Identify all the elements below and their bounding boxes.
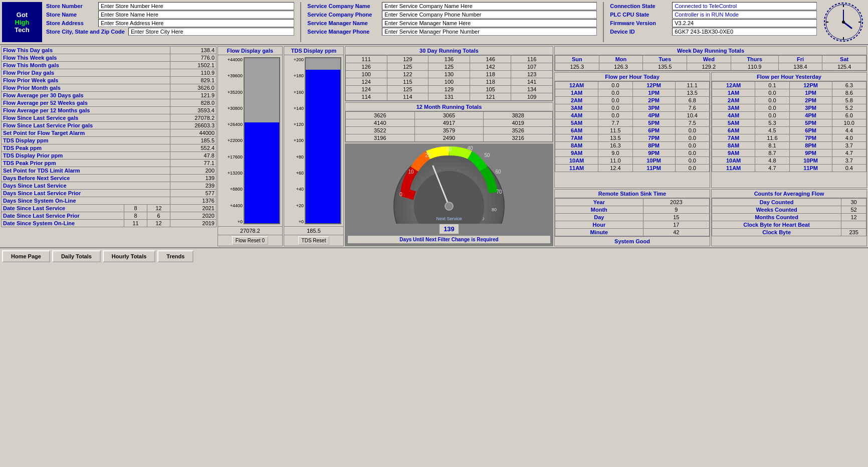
flow-row-label: Date Since Last Service Prior (2, 212, 124, 220)
bottom-right-section: Remote Station Sink Time Year 2023 Month… (554, 189, 867, 246)
flow-data-row: Flow Average per 12 Months gals 3593.4 (2, 107, 216, 114)
flow-row-label: Flow This Month gals (2, 62, 170, 69)
running-12-cell: 4917 (414, 119, 484, 127)
header: Got High Tech Store Number Enter Store N… (0, 0, 868, 45)
flow-yesterday-row: 3AM 0.0 3PM 5.2 (712, 104, 866, 112)
flow-yest-time2: 11PM (789, 165, 832, 172)
flow-yest-time: 1AM (712, 89, 755, 97)
flow-today-time: 10AM (555, 157, 598, 165)
tds-gauge-label: +40 (286, 187, 304, 192)
flow-row-label: Flow Average per 30 Days gals (2, 92, 170, 99)
flow-row-value: 552.4 (170, 144, 216, 152)
flow-yest-val2: 4.4 (832, 127, 866, 134)
running-12-table: 3626306538284140491740193522357935263196… (345, 111, 553, 142)
flow-row-v3: 11 (124, 220, 147, 227)
flow-yest-time: 11AM (712, 165, 755, 172)
flow-today-val2: 0.0 (675, 157, 709, 165)
flow-row-v3: 8 (124, 205, 147, 212)
flow-row-value: 139 (170, 175, 216, 182)
flow-today-row: 10AM 11.0 10PM 0.0 (555, 157, 710, 165)
tds-gauge-label: +180 (286, 73, 304, 78)
flow-row-v2: 12 (147, 220, 170, 227)
flow-gauge-label: +13200 (220, 171, 243, 176)
flow-row-value: 77.1 (170, 160, 216, 167)
flow-row-label: Flow Prior Day gals (2, 69, 170, 77)
flow-row-value: 2019 (170, 220, 216, 227)
running-30-table: 1111291361461161261251251421071001221301… (345, 55, 553, 101)
flow-yesterday-row: 10AM 4.8 10PM 3.7 (712, 157, 866, 165)
flow-yest-time2: 6PM (789, 127, 832, 134)
flow-yesterday-row: 1AM 0.0 1PM 8.6 (712, 89, 866, 97)
flow-today-row: 11AM 12.4 11PM 0.0 (555, 165, 710, 172)
remote-station-row: Hour 17 (555, 221, 710, 229)
flow-yesterday-row: 12AM 0.1 12PM 6.3 (712, 82, 866, 89)
flow-data-row: Flow This Month gals 1502.1 (2, 62, 216, 69)
flow-reset-row: Flow Reset 0 (218, 235, 282, 246)
flow-yest-time: 7AM (712, 134, 755, 142)
flow-yest-time: 8AM (712, 142, 755, 149)
flow-data-table: Flow This Day gals 138.4 Flow This Week … (1, 46, 216, 227)
flow-yest-val2: 10.0 (832, 119, 866, 127)
running-12-title: 12 Month Running Totals (345, 103, 553, 111)
running-30-cell: 114 (387, 93, 428, 101)
flow-yest-time2: 7PM (789, 134, 832, 142)
service-company-name-label: Service Company Name (307, 3, 380, 9)
running-12-cell: 3526 (484, 127, 553, 134)
running-12-row: 352235793526 (346, 127, 553, 134)
flow-today-time: 3AM (555, 104, 598, 112)
flow-yest-val2: 3.7 (832, 157, 866, 165)
running-30-cell: 125 (387, 86, 428, 93)
flow-today-val: 9.0 (598, 149, 632, 157)
weekday-header: Wed (687, 56, 731, 63)
counts-label: Clock Byte (712, 229, 841, 236)
running-12-cell: 4140 (346, 119, 415, 127)
store-address-label: Store Address (46, 20, 96, 26)
flow-yest-time2: 12PM (789, 82, 832, 89)
counts-value (841, 221, 866, 229)
flow-today-time: 6AM (555, 127, 598, 134)
center-right-panel: 30 Day Running Totals 111129136146116126… (345, 46, 553, 246)
flow-row-label: Date Since Last Service (2, 205, 124, 212)
tds-reset-button[interactable]: TDS Reset (298, 236, 330, 245)
logo: Got High Tech (2, 2, 42, 42)
flow-today-time: 4AM (555, 112, 598, 119)
running-30-row: 111129136146116 (346, 56, 553, 63)
system-status: System Good (555, 236, 710, 246)
flow-row-value: 828.0 (170, 99, 216, 107)
flow-reset-button[interactable]: Flow Reset 0 (232, 236, 268, 245)
running-30-cell: 105 (470, 86, 511, 93)
running-12-row: 319624903216 (346, 134, 553, 142)
flow-row-label: Flow Prior Month gals (2, 84, 170, 92)
flow-today-section: Flow per Hour Today 12AM 0.0 12PM 11.1 1… (554, 72, 710, 188)
running-12-cell: 3579 (414, 127, 484, 134)
flow-row-value: 3626.0 (170, 84, 216, 92)
flow-yest-val: 0.0 (755, 97, 789, 104)
flow-today-val2: 11.1 (675, 82, 709, 89)
flow-yest-val: 0.0 (755, 104, 789, 112)
weekday-value: 125.4 (822, 63, 866, 71)
flow-row-value: 577 (170, 190, 216, 197)
flow-today-row: 5AM 7.7 5PM 7.5 (555, 119, 710, 127)
counts-avg-row: Months Counted 12 (712, 214, 866, 221)
flow-today-val2: 6.8 (675, 97, 709, 104)
daily-totals-button[interactable]: Daily Totals (52, 250, 101, 262)
flow-yest-time2: 8PM (789, 142, 832, 149)
flow-today-val: 0.0 (598, 112, 632, 119)
home-button[interactable]: Home Page (2, 250, 50, 262)
flow-today-row: 12AM 0.0 12PM 11.1 (555, 82, 710, 89)
flow-row-value: 44000 (170, 129, 216, 137)
flow-yesterday-table: 12AM 0.1 12PM 6.3 1AM 0.0 1PM 8.6 2AM 0.… (712, 81, 866, 172)
flow-gauge-label: +4400 (220, 203, 243, 208)
remote-value: 42 (643, 229, 709, 236)
flow-gauge-label: +17600 (220, 154, 243, 160)
flow-yest-val: 4.5 (755, 127, 789, 134)
flow-yest-time2: 2PM (789, 97, 832, 104)
running-30-cell: 115 (387, 78, 428, 86)
flow-row-value: 776.0 (170, 54, 216, 62)
hourly-totals-button[interactable]: Hourly Totals (103, 250, 155, 262)
remote-station-row: Year 2023 (555, 199, 710, 206)
flow-yest-time: 9AM (712, 149, 755, 157)
counts-label: Clock Byte for Heart Beat (712, 221, 841, 229)
trends-button[interactable]: Trends (157, 250, 193, 262)
flow-yest-time: 5AM (712, 119, 755, 127)
